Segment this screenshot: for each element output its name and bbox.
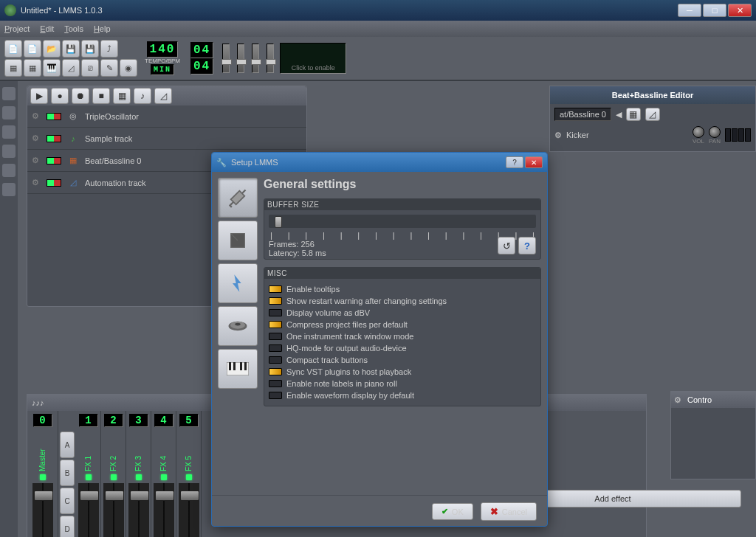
track-row[interactable]: ⚙ ◎ TripleOscillator: [27, 105, 306, 128]
add-bb-button[interactable]: ♪: [134, 88, 151, 104]
bbeditor-button[interactable]: ▦: [24, 59, 41, 77]
maximize-button[interactable]: □: [703, 4, 726, 17]
mute-solo-toggle[interactable]: [47, 113, 61, 120]
gear-icon[interactable]: ⚙: [554, 131, 562, 140]
reset-button[interactable]: ↺: [498, 237, 515, 254]
track-name[interactable]: Beat/Bassline 0: [85, 156, 141, 165]
menu-tools[interactable]: Tools: [64, 24, 83, 33]
channel-led[interactable]: [161, 474, 167, 480]
gear-icon[interactable]: ⚙: [32, 134, 42, 144]
option-toggle[interactable]: [269, 356, 282, 364]
track-row[interactable]: ⚙ ♪ Sample track: [27, 128, 306, 150]
timesig-den[interactable]: 04: [190, 58, 213, 75]
ok-button[interactable]: ✔OK: [432, 503, 473, 520]
master-pitch-slider[interactable]: [237, 44, 244, 73]
fx-channel[interactable]: 2 FX 2: [101, 411, 126, 537]
cpu-waveform[interactable]: Click to enable: [280, 43, 346, 74]
save-button[interactable]: 💾: [62, 40, 80, 58]
play-button[interactable]: ▶: [30, 88, 48, 104]
option-toggle[interactable]: [269, 368, 282, 375]
sidetab-computer[interactable]: [2, 164, 16, 177]
minimize-button[interactable]: ─: [678, 4, 701, 17]
option-toggle[interactable]: [269, 285, 282, 293]
step-cell[interactable]: [732, 128, 738, 142]
songeditor-button[interactable]: ▦: [4, 59, 22, 77]
triangle-left-icon[interactable]: ◀: [616, 110, 622, 119]
option-toggle[interactable]: [269, 333, 282, 340]
fx-fader[interactable]: [179, 483, 199, 537]
step-cell[interactable]: [738, 128, 744, 142]
channel-led[interactable]: [186, 474, 192, 480]
option-row[interactable]: One instrument track window mode: [269, 330, 536, 342]
tab-midi[interactable]: [218, 349, 258, 389]
option-row[interactable]: HQ-mode for output audio-device: [269, 342, 536, 354]
fx-fader[interactable]: [78, 483, 99, 537]
slider-3[interactable]: [252, 44, 259, 73]
controller-button[interactable]: ◉: [120, 59, 137, 77]
channel-led[interactable]: [136, 474, 142, 480]
beat-track-name[interactable]: Kicker: [566, 131, 688, 139]
help-button[interactable]: ?: [506, 156, 523, 168]
send-d-button[interactable]: D: [60, 516, 75, 537]
save-as-button[interactable]: 💾: [81, 40, 99, 58]
add-track-button[interactable]: ▦: [113, 88, 131, 104]
option-toggle[interactable]: [269, 380, 282, 387]
send-b-button[interactable]: B: [60, 460, 75, 486]
master-fader[interactable]: [32, 483, 53, 537]
mute-solo-toggle[interactable]: [47, 157, 61, 164]
fx-fader[interactable]: [128, 483, 149, 537]
cancel-button[interactable]: ✖Cancel: [481, 502, 537, 521]
export-button[interactable]: ⤴: [100, 40, 118, 58]
menu-edit[interactable]: Edit: [40, 24, 54, 33]
new-template-button[interactable]: 📄: [24, 40, 41, 58]
automation-button[interactable]: ◿: [62, 59, 80, 77]
option-toggle[interactable]: [269, 321, 282, 328]
option-row[interactable]: Enable waveform display by default: [269, 389, 536, 401]
sidetab-presets[interactable]: [2, 125, 16, 139]
timesig-num[interactable]: 04: [190, 42, 213, 58]
dialog-titlebar[interactable]: 🔧 Setup LMMS ? ✕: [212, 153, 547, 172]
gear-icon[interactable]: ⚙: [32, 178, 42, 188]
tempo-display[interactable]: 140: [147, 41, 179, 58]
fx-channel[interactable]: 1 FX 1: [76, 411, 101, 537]
step-cell[interactable]: [725, 128, 731, 142]
track-name[interactable]: Automation track: [85, 179, 146, 187]
master-channel[interactable]: 0 Master: [27, 411, 58, 537]
channel-led[interactable]: [86, 474, 92, 480]
sidetab-samples[interactable]: [2, 106, 16, 119]
track-name[interactable]: Sample track: [85, 134, 132, 143]
mute-solo-toggle[interactable]: [47, 135, 61, 142]
bb-add-button[interactable]: ◿: [645, 108, 660, 121]
tab-paths[interactable]: [218, 221, 258, 260]
sidetab-projects[interactable]: [2, 183, 16, 196]
notes-button[interactable]: ✎: [100, 59, 118, 77]
fx-channel[interactable]: 3 FX 3: [126, 411, 151, 537]
master-volume-slider[interactable]: [222, 44, 230, 73]
option-row[interactable]: Enable tooltips: [269, 283, 536, 295]
stop-button[interactable]: ■: [92, 88, 110, 104]
pianoroll-button[interactable]: 🎹: [43, 59, 61, 77]
channel-led[interactable]: [111, 474, 117, 480]
send-c-button[interactable]: C: [60, 488, 75, 514]
info-button[interactable]: ?: [518, 237, 536, 254]
slider-4[interactable]: [267, 44, 274, 73]
volume-knob[interactable]: [693, 126, 704, 138]
option-toggle[interactable]: [269, 309, 282, 316]
step-cell[interactable]: [745, 128, 751, 142]
fx-channel[interactable]: 5 FX 5: [176, 411, 202, 537]
record-button[interactable]: ●: [51, 88, 69, 104]
gear-icon[interactable]: ⚙: [32, 111, 42, 122]
add-auto-button[interactable]: ◿: [154, 88, 172, 104]
tab-audio[interactable]: [218, 306, 258, 346]
record-play-button[interactable]: ⏺: [72, 88, 89, 104]
mixer-button[interactable]: ⎚: [81, 59, 99, 77]
option-row[interactable]: Compress project files per default: [269, 319, 536, 330]
tab-general[interactable]: [218, 178, 258, 218]
pan-knob[interactable]: [709, 126, 721, 138]
buffer-slider[interactable]: [269, 215, 536, 228]
option-toggle[interactable]: [269, 392, 282, 399]
mute-solo-toggle[interactable]: [47, 179, 61, 187]
gear-icon[interactable]: ⚙: [32, 156, 42, 166]
track-name[interactable]: TripleOscillator: [85, 112, 139, 121]
option-row[interactable]: Compact track buttons: [269, 354, 536, 366]
